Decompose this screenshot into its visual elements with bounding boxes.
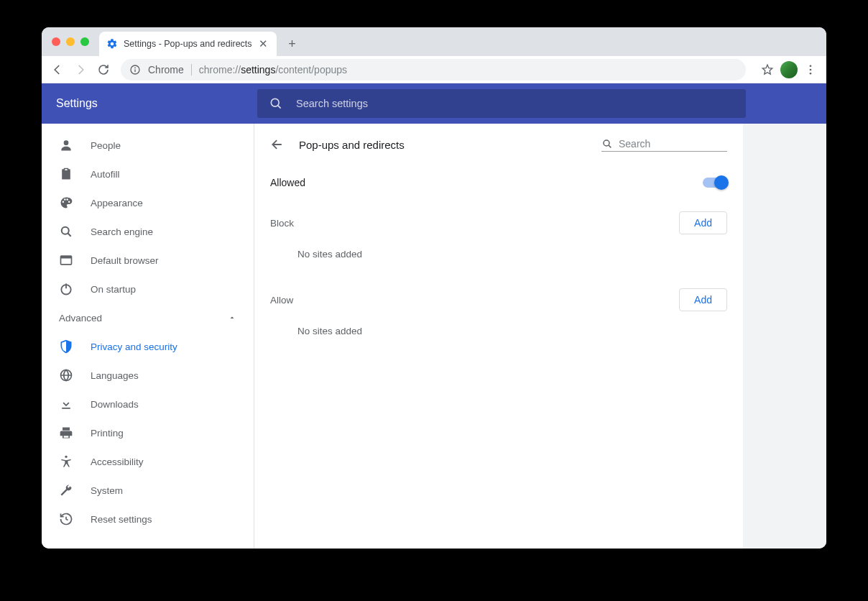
svg-point-3 — [810, 65, 812, 67]
search-icon — [59, 224, 73, 239]
kebab-menu-button[interactable] — [800, 60, 821, 80]
accessibility-icon — [59, 454, 73, 469]
browser-tab[interactable]: Settings - Pop-ups and redirects ✕ — [99, 32, 277, 56]
maximize-window-button[interactable] — [80, 37, 89, 46]
sidebar-item-system[interactable]: System — [42, 476, 254, 505]
origin-chip: Chrome — [148, 64, 192, 75]
block-add-button[interactable]: Add — [679, 211, 727, 234]
sidebar-item-accessibility[interactable]: Accessibility — [42, 447, 254, 476]
sidebar-label: On startup — [91, 284, 136, 295]
settings-main: Pop-ups and redirects Allowed Block Add — [254, 124, 743, 549]
restore-icon — [59, 512, 73, 526]
sidebar-item-printing[interactable]: Printing — [42, 418, 254, 447]
block-section-header: Block Add — [254, 200, 743, 239]
search-settings-field[interactable] — [257, 89, 746, 118]
site-info-icon[interactable] — [129, 64, 141, 75]
page-back-button[interactable] — [270, 137, 285, 152]
allow-label: Allow — [270, 295, 293, 306]
bookmark-star-button[interactable] — [757, 60, 777, 80]
sidebar-label: Default browser — [91, 255, 159, 266]
allow-empty-message: No sites added — [254, 316, 743, 354]
sidebar-item-on-startup[interactable]: On startup — [42, 275, 254, 303]
close-tab-button[interactable]: ✕ — [258, 38, 269, 50]
wrench-icon — [59, 483, 73, 497]
block-label: Block — [270, 218, 294, 229]
svg-point-14 — [604, 140, 609, 146]
svg-point-8 — [62, 227, 69, 234]
sidebar-label: Autofill — [91, 169, 120, 180]
new-tab-button[interactable]: + — [282, 34, 303, 54]
sidebar-item-search-engine[interactable]: Search engine — [42, 217, 254, 246]
browser-icon — [59, 253, 73, 267]
palette-icon — [59, 196, 73, 210]
settings-body: People Autofill Appearance Search engine… — [42, 124, 826, 549]
address-bar[interactable]: Chrome chrome://settings/content/popups — [121, 59, 746, 81]
sidebar-item-people[interactable]: People — [42, 131, 254, 160]
sidebar-item-default-browser[interactable]: Default browser — [42, 246, 254, 275]
window-controls — [52, 37, 89, 46]
allowed-toggle[interactable] — [703, 178, 727, 188]
reload-button[interactable] — [93, 60, 114, 80]
sidebar-item-downloads[interactable]: Downloads — [42, 390, 254, 418]
globe-icon — [59, 368, 73, 382]
profile-avatar[interactable] — [780, 61, 798, 78]
clipboard-icon — [59, 167, 73, 181]
search-settings-input[interactable] — [296, 98, 734, 109]
sidebar-label: Accessibility — [91, 457, 144, 467]
sidebar-label: Printing — [91, 428, 124, 439]
block-empty-message: No sites added — [254, 239, 743, 277]
sidebar-label: Privacy and security — [91, 341, 177, 352]
person-icon — [59, 138, 73, 152]
allowed-label: Allowed — [270, 177, 305, 188]
sidebar-label: Downloads — [91, 399, 139, 410]
sidebar-advanced-toggle[interactable]: Advanced — [42, 303, 254, 332]
svg-rect-2 — [134, 69, 135, 72]
allow-section-header: Allow Add — [254, 277, 743, 316]
chevron-up-icon — [228, 313, 236, 322]
sidebar-item-appearance[interactable]: Appearance — [42, 188, 254, 217]
power-icon — [59, 282, 73, 296]
page-search-field[interactable] — [601, 138, 727, 152]
back-button[interactable] — [47, 60, 68, 80]
sidebar-label: System — [91, 485, 123, 496]
url-text: chrome://settings/content/popups — [199, 64, 347, 75]
svg-point-4 — [810, 68, 812, 70]
allowed-row: Allowed — [254, 165, 743, 200]
sidebar-label: Reset settings — [91, 514, 152, 525]
forward-button[interactable] — [70, 60, 91, 80]
sidebar-label: People — [91, 140, 121, 151]
sidebar-label: Appearance — [91, 198, 143, 208]
svg-point-1 — [134, 67, 136, 68]
svg-point-6 — [271, 98, 279, 106]
toggle-knob — [714, 175, 729, 190]
page-titlebar: Pop-ups and redirects — [254, 124, 743, 165]
svg-point-7 — [64, 140, 69, 145]
settings-sidebar: People Autofill Appearance Search engine… — [42, 124, 254, 549]
gear-icon — [106, 38, 118, 50]
allow-add-button[interactable]: Add — [679, 288, 727, 311]
browser-window: Settings - Pop-ups and redirects ✕ + Chr… — [42, 27, 826, 549]
tab-strip: Settings - Pop-ups and redirects ✕ + — [42, 27, 826, 56]
close-window-button[interactable] — [52, 37, 60, 46]
shield-icon — [59, 339, 73, 354]
settings-header: Settings — [42, 83, 826, 124]
sidebar-label: Search engine — [91, 226, 153, 237]
page-search-input[interactable] — [619, 138, 744, 150]
page-title: Pop-ups and redirects — [299, 139, 587, 151]
svg-point-13 — [65, 456, 67, 458]
sidebar-item-reset[interactable]: Reset settings — [42, 505, 254, 533]
sidebar-item-privacy[interactable]: Privacy and security — [42, 332, 254, 361]
sidebar-item-languages[interactable]: Languages — [42, 361, 254, 390]
sidebar-label: Languages — [91, 370, 139, 381]
app-title: Settings — [56, 97, 257, 110]
printer-icon — [59, 426, 73, 440]
advanced-label: Advanced — [59, 313, 102, 324]
minimize-window-button[interactable] — [66, 37, 75, 46]
svg-rect-10 — [61, 256, 72, 258]
browser-toolbar: Chrome chrome://settings/content/popups — [42, 56, 826, 83]
sidebar-item-autofill[interactable]: Autofill — [42, 160, 254, 188]
search-icon — [601, 138, 613, 150]
search-icon — [269, 96, 283, 111]
download-icon — [59, 397, 73, 411]
svg-point-5 — [810, 72, 812, 74]
